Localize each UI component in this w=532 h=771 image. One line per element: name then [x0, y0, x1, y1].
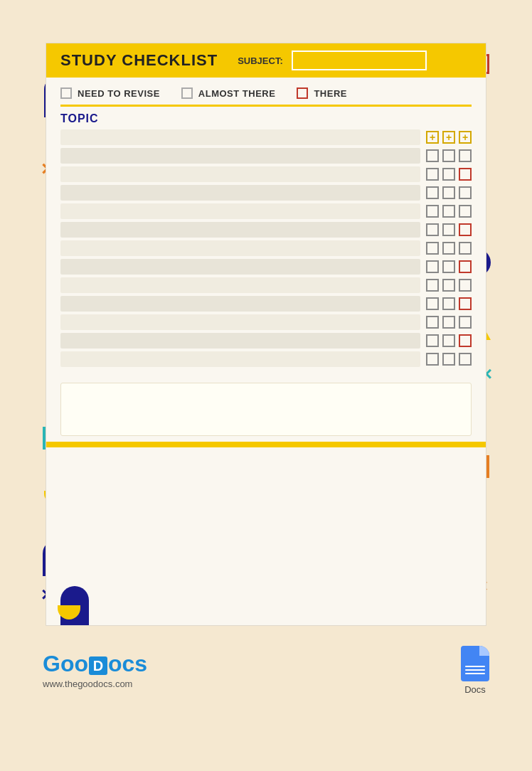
topic-header: TOPIC — [46, 107, 486, 129]
legend-there: THERE — [297, 87, 347, 99]
row-cb-3[interactable] — [459, 353, 472, 366]
row-cb-1[interactable] — [426, 260, 439, 273]
row-checkboxes — [426, 223, 472, 236]
row-topic-input — [60, 222, 420, 238]
row-cb-2[interactable] — [442, 353, 455, 366]
row-checkboxes — [426, 279, 472, 292]
row-cb-3[interactable] — [459, 297, 472, 310]
row-cb-3[interactable] — [459, 242, 472, 255]
row-topic-input — [60, 333, 420, 349]
checklist-row — [60, 277, 472, 293]
brand-left: GooDocs www.thegoodocs.com — [43, 652, 147, 688]
row-cb-2[interactable]: + — [442, 131, 455, 144]
legend-row: NEED TO REVISE ALMOST THERE THERE — [46, 78, 486, 105]
row-cb-1[interactable] — [426, 242, 439, 255]
row-cb-2[interactable] — [442, 334, 455, 347]
checklist-row — [60, 203, 472, 219]
brand-name: GooDocs — [43, 652, 147, 676]
docs-line-3 — [465, 673, 485, 674]
docs-icon: Docs — [461, 646, 489, 695]
document-area: STUDY CHECKLIST SUBJECT: NEED TO REVISE … — [46, 43, 486, 626]
row-cb-2[interactable] — [442, 205, 455, 218]
row-cb-3[interactable] — [459, 186, 472, 199]
row-cb-2[interactable] — [442, 279, 455, 292]
row-cb-1[interactable] — [426, 186, 439, 199]
legend-label-there: THERE — [314, 88, 347, 99]
row-checkboxes: + + + — [426, 131, 472, 144]
row-topic-input — [60, 185, 420, 201]
row-cb-3[interactable] — [459, 149, 472, 162]
checklist-row — [60, 240, 472, 256]
yellow-footer-bar — [46, 442, 486, 447]
row-checkboxes — [426, 205, 472, 218]
topic-label: TOPIC — [60, 112, 99, 124]
docs-icon-corner — [479, 646, 489, 656]
row-checkboxes — [426, 168, 472, 181]
row-cb-2[interactable] — [442, 297, 455, 310]
subject-input[interactable] — [292, 50, 427, 70]
row-cb-2[interactable] — [442, 149, 455, 162]
row-cb-3[interactable] — [459, 223, 472, 236]
row-cb-1[interactable] — [426, 316, 439, 329]
row-cb-2[interactable] — [442, 316, 455, 329]
row-cb-1[interactable] — [426, 149, 439, 162]
row-cb-2[interactable] — [442, 186, 455, 199]
row-cb-3[interactable] — [459, 205, 472, 218]
checklist-row — [60, 314, 472, 330]
brand-url: www.thegoodocs.com — [43, 679, 132, 689]
row-checkboxes — [426, 260, 472, 273]
legend-need-to-revise: NEED TO REVISE — [60, 87, 160, 99]
row-cb-1[interactable] — [426, 168, 439, 181]
row-topic-input — [60, 129, 420, 145]
row-cb-2[interactable] — [442, 260, 455, 273]
doc-title: STUDY CHECKLIST — [60, 51, 218, 70]
checklist-body: + + + — [46, 129, 486, 377]
row-cb-3[interactable] — [459, 279, 472, 292]
checklist-row — [60, 148, 472, 164]
checklist-row — [60, 259, 472, 275]
row-topic-input — [60, 277, 420, 293]
row-cb-3[interactable] — [459, 260, 472, 273]
docs-line-2 — [465, 669, 485, 671]
row-cb-1[interactable] — [426, 297, 439, 310]
row-checkboxes — [426, 242, 472, 255]
row-cb-2[interactable] — [442, 223, 455, 236]
row-topic-input — [60, 240, 420, 256]
row-checkboxes — [426, 149, 472, 162]
docs-icon-lines — [465, 666, 485, 674]
row-cb-2[interactable] — [442, 168, 455, 181]
row-cb-3[interactable] — [459, 334, 472, 347]
row-cb-1[interactable] — [426, 205, 439, 218]
row-topic-input — [60, 203, 420, 219]
row-cb-1[interactable]: + — [426, 131, 439, 144]
legend-cb-need[interactable] — [60, 87, 72, 99]
checklist-row — [60, 222, 472, 238]
row-cb-2[interactable] — [442, 242, 455, 255]
row-cb-3[interactable] — [459, 168, 472, 181]
row-topic-input — [60, 296, 420, 312]
brand-text-ocs: ocs — [108, 651, 147, 676]
row-topic-input — [60, 166, 420, 182]
row-cb-1[interactable] — [426, 279, 439, 292]
legend-label-need: NEED TO REVISE — [78, 88, 160, 99]
subject-label: SUBJECT: — [238, 55, 283, 66]
checklist-row — [60, 166, 472, 182]
notes-area — [60, 383, 472, 436]
row-topic-input — [60, 314, 420, 330]
row-checkboxes — [426, 353, 472, 366]
row-cb-1[interactable] — [426, 353, 439, 366]
legend-cb-there[interactable] — [297, 87, 308, 99]
checklist-row — [60, 296, 472, 312]
row-cb-1[interactable] — [426, 334, 439, 347]
row-checkboxes — [426, 334, 472, 347]
row-cb-3[interactable]: + — [459, 131, 472, 144]
brand-d-box: D — [89, 656, 107, 675]
row-cb-3[interactable] — [459, 316, 472, 329]
docs-label: Docs — [464, 684, 486, 695]
checklist-row: + + + — [60, 129, 472, 145]
checklist-row — [60, 333, 472, 349]
docs-icon-img — [461, 646, 489, 681]
legend-cb-almost[interactable] — [181, 87, 193, 99]
row-checkboxes — [426, 316, 472, 329]
row-cb-1[interactable] — [426, 223, 439, 236]
